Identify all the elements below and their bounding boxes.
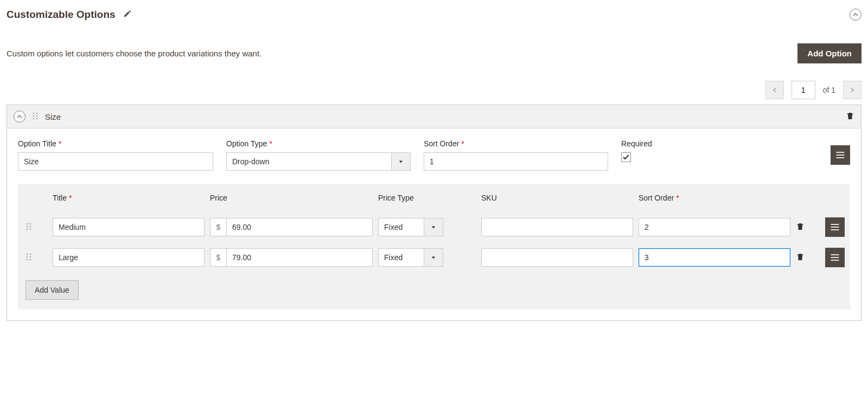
option-title-label: Option Title xyxy=(18,139,56,148)
svg-point-1 xyxy=(36,112,38,114)
required-asterisk: * xyxy=(676,194,679,202)
sku-column-label: SKU xyxy=(481,194,497,202)
page-total-label: of 1 xyxy=(823,86,835,94)
price-column-label: Price xyxy=(210,194,227,202)
section-description: Custom options let customers choose the … xyxy=(7,49,261,58)
value-price-input[interactable] xyxy=(226,248,373,267)
price-type-dropdown-toggle[interactable] xyxy=(424,248,443,267)
svg-point-23 xyxy=(30,256,31,257)
value-sku-input[interactable] xyxy=(481,248,633,267)
option-type-dropdown-toggle[interactable] xyxy=(391,152,411,171)
option-name: Size xyxy=(45,112,61,121)
value-sort-order-input[interactable] xyxy=(639,218,790,236)
add-value-button[interactable]: Add Value xyxy=(25,280,79,300)
price-type-dropdown-toggle[interactable] xyxy=(424,218,443,236)
value-row: $ xyxy=(18,242,850,273)
svg-point-5 xyxy=(36,118,38,119)
svg-point-20 xyxy=(27,253,28,255)
svg-marker-16 xyxy=(432,226,435,228)
option-title-input[interactable] xyxy=(18,152,213,171)
currency-prefix: $ xyxy=(210,218,226,236)
delete-value-button[interactable] xyxy=(796,222,820,233)
required-asterisk: * xyxy=(461,139,464,148)
svg-point-0 xyxy=(33,112,35,114)
svg-point-11 xyxy=(30,223,31,224)
svg-point-22 xyxy=(27,256,28,257)
value-price-type-select[interactable] xyxy=(378,248,424,267)
svg-point-14 xyxy=(27,228,28,230)
section-collapse-toggle[interactable] xyxy=(850,9,861,21)
page-number-input[interactable] xyxy=(792,81,815,99)
svg-point-21 xyxy=(30,253,31,255)
svg-rect-8 xyxy=(837,154,845,156)
svg-point-24 xyxy=(27,259,28,260)
drag-handle-icon[interactable] xyxy=(32,112,39,121)
currency-prefix: $ xyxy=(210,248,226,267)
edit-icon[interactable] xyxy=(123,9,132,21)
delete-value-button[interactable] xyxy=(796,252,820,263)
value-price-type-select[interactable] xyxy=(378,218,424,236)
svg-rect-27 xyxy=(831,254,839,255)
svg-point-10 xyxy=(27,223,28,224)
option-extra-button[interactable] xyxy=(831,145,850,165)
title-column-label: Title xyxy=(53,194,67,202)
value-title-input[interactable] xyxy=(53,218,205,236)
value-row: $ xyxy=(18,212,850,242)
option-collapse-toggle[interactable] xyxy=(14,111,25,123)
svg-rect-28 xyxy=(831,257,839,258)
svg-marker-26 xyxy=(432,256,435,259)
drag-handle-icon[interactable] xyxy=(25,253,47,262)
value-extra-button[interactable] xyxy=(825,248,845,267)
value-price-input[interactable] xyxy=(226,218,373,236)
svg-marker-6 xyxy=(399,160,403,163)
value-sort-order-input[interactable] xyxy=(639,248,790,267)
svg-point-15 xyxy=(30,228,31,230)
required-asterisk: * xyxy=(59,139,61,148)
required-asterisk: * xyxy=(69,194,72,202)
sort-order-label: Sort Order xyxy=(424,139,459,148)
value-sku-input[interactable] xyxy=(481,218,633,236)
svg-point-4 xyxy=(33,118,35,119)
next-page-button[interactable] xyxy=(843,81,861,99)
option-type-label: Option Type xyxy=(226,139,267,148)
price-type-column-label: Price Type xyxy=(378,194,414,202)
svg-point-13 xyxy=(30,226,31,227)
svg-rect-9 xyxy=(837,157,845,158)
svg-point-3 xyxy=(36,115,38,117)
section-title: Customizable Options xyxy=(7,9,116,21)
svg-point-25 xyxy=(30,259,31,260)
value-title-input[interactable] xyxy=(53,248,205,267)
add-option-button[interactable]: Add Option xyxy=(797,43,861,63)
option-sort-order-input[interactable] xyxy=(424,152,608,171)
svg-rect-19 xyxy=(831,229,839,230)
option-type-select[interactable] xyxy=(226,152,391,171)
sort-order-column-label: Sort Order xyxy=(639,194,674,202)
required-checkbox[interactable] xyxy=(621,152,631,162)
svg-rect-7 xyxy=(837,152,845,153)
required-asterisk: * xyxy=(269,139,272,148)
prev-page-button[interactable] xyxy=(765,81,784,99)
svg-rect-17 xyxy=(831,224,839,225)
option-panel: Size Option Title* Option Type* Sort Ord… xyxy=(7,105,861,321)
svg-point-12 xyxy=(27,226,28,227)
required-label: Required xyxy=(621,139,652,148)
value-extra-button[interactable] xyxy=(825,217,845,237)
delete-option-button[interactable] xyxy=(846,111,854,123)
svg-point-2 xyxy=(33,115,35,117)
svg-rect-29 xyxy=(831,260,839,261)
svg-rect-18 xyxy=(831,227,839,228)
drag-handle-icon[interactable] xyxy=(25,223,47,232)
